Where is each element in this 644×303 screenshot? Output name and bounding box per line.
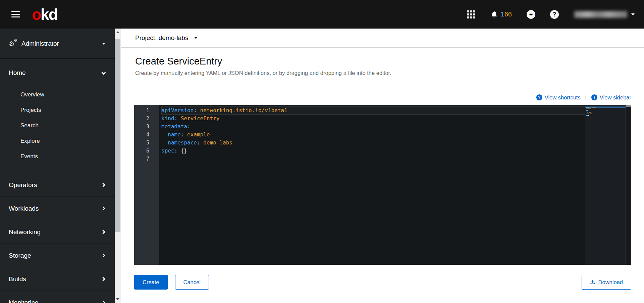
line-number: 6 [134,147,149,155]
chevron-right-icon [101,230,105,234]
question-circle-icon: ? [550,10,559,19]
download-icon [590,279,595,285]
chevron-right-icon [101,253,105,258]
app-launcher-button[interactable] [467,10,475,18]
project-selector[interactable]: Project: demo-labs [135,34,198,42]
notification-bell-button[interactable]: 166 [490,10,512,18]
download-label: Download [598,279,623,286]
view-shortcuts-link[interactable]: ? View shortcuts [536,94,581,101]
editor-toolbar: ? View shortcuts | i View sidebar [134,92,631,103]
chevron-right-icon [101,300,105,303]
notification-count: 166 [501,10,512,18]
form-actions: Create Cancel Download [134,275,631,290]
sidebar-item-operators[interactable]: Operators [0,173,115,197]
minimap-line [586,110,626,111]
project-selector-label: Project: demo-labs [135,34,188,42]
editor-scrollbar[interactable] [626,105,631,265]
view-sidebar-link[interactable]: i View sidebar [591,94,631,101]
help-button[interactable]: ? [550,10,559,19]
line-number: 2 [134,115,149,123]
sidebar-item-overview[interactable]: Overview [0,87,115,102]
okd-logo[interactable]: okd [32,7,57,22]
sidebar-item-builds[interactable]: Builds [0,267,115,291]
section-label: Home [9,69,26,77]
sidebar-item-explore[interactable]: Explore [0,133,115,149]
indent-guide [162,131,162,147]
sidebar-section-networking: Networking [0,220,115,244]
scrollbar-thumb[interactable] [115,39,120,232]
question-circle-icon: ? [536,94,542,100]
sidebar-item-search[interactable]: Search [0,118,115,133]
scroll-down-button[interactable] [115,296,121,303]
hamburger-icon [11,11,20,12]
section-label: Builds [9,275,26,283]
sidebar-section-operators: Operators [0,173,115,197]
minimap-line [586,112,626,113]
cancel-button[interactable]: Cancel [175,275,209,290]
code-line-3: metadata: [161,123,585,131]
minimap-line [586,113,626,115]
scroll-up-button[interactable] [115,29,121,36]
sidebar-section-monitoring: Monitoring [0,291,115,303]
user-menu-button[interactable] [574,11,635,18]
separator: | [585,94,587,100]
section-label: Operators [9,181,37,189]
code-line-2: kind: ServiceEntry [161,115,585,123]
code-line-1: apiVersion: networking.istio.io/v1beta1 [161,106,585,115]
page-subtitle: Create by manually entering YAML or JSON… [135,70,631,76]
code-area[interactable]: apiVersion: networking.istio.io/v1beta1 … [159,105,585,265]
masthead-utilities: 166 + ? [467,10,635,19]
nav-toggle-button[interactable] [11,9,21,19]
caret-down-icon [102,43,105,45]
caret-down-icon [194,37,198,39]
view-sidebar-label: View sidebar [600,94,631,101]
code-line-6: spec: {} [161,147,585,155]
sidebar-item-projects[interactable]: Projects [0,102,115,118]
logo-letter-o: o [32,6,41,23]
line-number: 7 [134,155,149,163]
plus-circle-icon: + [527,10,535,19]
perspective-label: Administrator [21,40,59,47]
caret-down-icon [631,13,635,15]
masthead: okd 166 + ? [0,0,644,29]
bell-icon [490,10,498,18]
triangle-down-icon [116,298,119,300]
page-header: Create ServiceEntry Create by manually e… [121,48,644,88]
editor-gutter: 1 2 3 4 5 6 7 [134,105,159,265]
editor-section: ? View shortcuts | i View sidebar 1 2 3 … [121,88,644,290]
sidebar-section-workloads: Workloads [0,197,115,220]
minimap-line [585,106,626,108]
project-bar: Project: demo-labs [121,29,644,48]
home-sub-list: Overview Projects Search Explore Events [0,87,115,173]
sidebar-item-workloads[interactable]: Workloads [0,197,115,220]
sidebar-item-storage[interactable]: Storage [0,244,115,267]
triangle-up-icon [116,31,119,33]
sidebar-item-home[interactable]: Home [0,59,115,87]
code-line-5: namespace: demo-labs [161,139,585,147]
info-circle-icon: i [591,94,597,100]
chevron-down-icon [102,70,106,75]
chevron-right-icon [101,183,105,187]
editor-scrollbar-thumb[interactable] [626,105,631,107]
sidebar-item-networking[interactable]: Networking [0,220,115,244]
create-button[interactable]: Create [134,275,168,290]
minimap-line [586,108,626,110]
gears-icon: ⚙⚙ [9,40,19,48]
download-button[interactable]: Download [582,275,631,290]
section-label: Networking [9,228,41,236]
line-number: 1 [134,106,149,115]
add-button[interactable]: + [527,10,535,19]
sidebar-scrollbar[interactable] [115,29,121,303]
chevron-right-icon [101,206,105,211]
main-content: Project: demo-labs Create ServiceEntry C… [121,29,644,303]
sidebar-item-events[interactable]: Events [0,149,115,164]
code-line-7 [161,155,585,163]
sidebar-item-monitoring[interactable]: Monitoring [0,291,115,303]
yaml-editor[interactable]: 1 2 3 4 5 6 7 apiVersion: networking.ist… [134,105,631,265]
code-line-4: name: example [161,131,585,139]
sidebar-section-storage: Storage [0,244,115,267]
user-name-redacted [574,11,627,18]
perspective-switcher[interactable]: ⚙⚙ Administrator [0,29,115,59]
sidebar-section-home: Home Overview Projects Search Explore Ev… [0,59,115,173]
editor-minimap[interactable] [585,105,626,265]
